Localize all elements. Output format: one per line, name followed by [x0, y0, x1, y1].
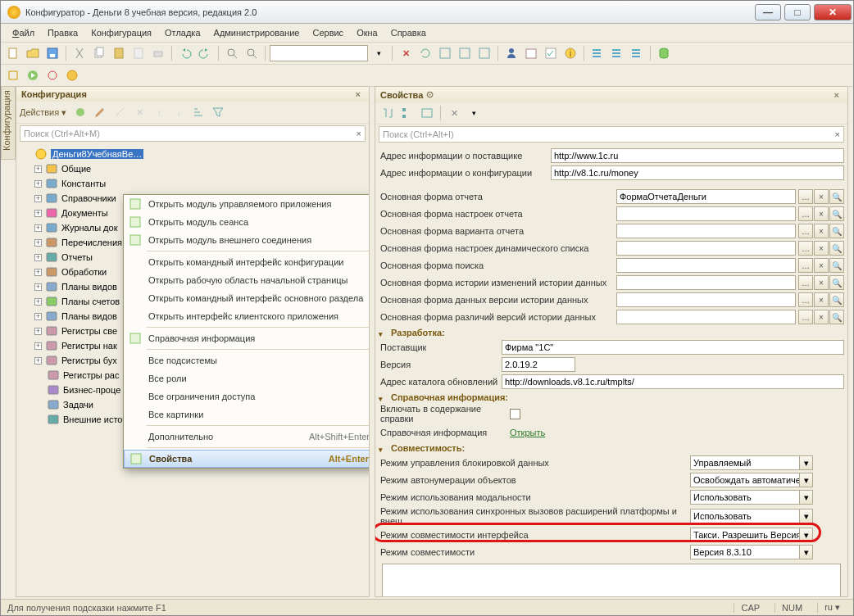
check-icon[interactable] — [542, 44, 560, 62]
btn-ellipsis[interactable]: … — [798, 258, 813, 273]
tb-sort-icon[interactable] — [189, 103, 207, 121]
context-menu-item[interactable]: Открыть модуль внешнего соединения — [124, 231, 369, 249]
context-menu-item[interactable]: Все подсистемы — [124, 351, 369, 369]
maximize-button[interactable]: □ — [784, 4, 811, 20]
expand-icon[interactable]: + — [34, 269, 42, 276]
btn-ellipsis[interactable]: … — [798, 310, 813, 324]
input-form-dynlist[interactable] — [616, 241, 796, 256]
prop-sort-icon[interactable] — [379, 104, 397, 122]
menu-admin[interactable]: Администрирование — [209, 26, 305, 39]
input-form-settings[interactable] — [616, 206, 796, 221]
properties-search-clear-icon[interactable]: × — [835, 129, 840, 139]
expand-icon[interactable]: + — [34, 313, 42, 320]
input-form-report[interactable]: ФормаОтчетаДеньги — [616, 189, 796, 204]
debug-start-icon[interactable] — [4, 66, 22, 84]
section-compat[interactable]: Совместимость: — [379, 443, 844, 453]
btn-ellipsis[interactable]: … — [798, 292, 813, 307]
btn-find[interactable]: 🔍 — [829, 224, 844, 238]
context-menu-item[interactable]: Открыть модуль сеанса — [124, 213, 369, 231]
btn-ellipsis[interactable]: … — [798, 189, 813, 204]
btn-clear[interactable]: × — [814, 224, 829, 238]
expand-icon[interactable]: + — [34, 195, 42, 202]
btn-clear[interactable]: × — [814, 241, 829, 256]
btn-clear[interactable]: × — [814, 275, 829, 290]
select-modal[interactable]: Использовать▾ — [690, 490, 813, 505]
list-c-icon[interactable] — [628, 44, 646, 62]
menu-file[interactable]: Файл — [7, 26, 39, 39]
input-vendor[interactable]: Фирма "1С" — [502, 340, 844, 355]
tb-edit-icon[interactable] — [91, 103, 109, 121]
chevron-down-icon[interactable]: ▾ — [799, 546, 812, 559]
properties-search[interactable]: Поиск (Ctrl+Alt+I) × — [379, 126, 844, 143]
expand-icon[interactable]: + — [34, 298, 42, 306]
save-icon[interactable] — [43, 44, 61, 62]
paste-icon[interactable] — [110, 44, 128, 62]
input-updates[interactable]: http://downloads.v8.1c.ru/tmplts/ — [502, 374, 844, 389]
context-menu-item[interactable]: Открыть командный интерфейс основного ра… — [124, 289, 369, 307]
redo-icon[interactable] — [196, 44, 214, 62]
debug-world-icon[interactable] — [63, 66, 81, 84]
btn-find[interactable]: 🔍 — [829, 292, 844, 307]
expand-icon[interactable]: + — [34, 239, 42, 247]
calendar-icon[interactable] — [522, 44, 540, 62]
context-menu-item[interactable]: Открыть интерфейс клиентского приложения — [124, 307, 369, 325]
prop-cat-icon[interactable] — [398, 104, 416, 122]
undo-icon[interactable] — [176, 44, 194, 62]
copy-icon[interactable] — [90, 44, 108, 62]
btn-find[interactable]: 🔍 — [829, 258, 844, 273]
chevron-down-icon[interactable]: ▾ — [799, 528, 812, 541]
menu-config[interactable]: Конфигурация — [86, 26, 157, 39]
tb-add-icon[interactable] — [71, 103, 89, 121]
menu-edit[interactable]: Правка — [43, 26, 83, 39]
panel-config-close-icon[interactable]: × — [352, 89, 364, 99]
config-search-clear-icon[interactable]: × — [357, 129, 361, 138]
config-tree[interactable]: Деньги8УчебнаяВе… +Общие+Константы+Справ… — [16, 143, 369, 596]
debug-pause-icon[interactable] — [43, 66, 61, 84]
user-icon[interactable] — [502, 44, 520, 62]
prop-del-icon[interactable]: ✕ — [445, 104, 463, 122]
btn-ellipsis[interactable]: … — [798, 241, 813, 256]
prop-dd-icon[interactable]: ▾ — [465, 104, 483, 122]
menu-help[interactable]: Справка — [386, 26, 431, 39]
input-form-variant[interactable] — [616, 224, 796, 238]
status-lang[interactable]: ru ▾ — [817, 602, 847, 613]
expand-icon[interactable]: + — [34, 224, 42, 232]
btn-find[interactable]: 🔍 — [829, 310, 844, 324]
input-version[interactable]: 2.0.19.2 — [502, 357, 575, 372]
sidebar-tab-config[interactable]: Конфигурация — [1, 86, 16, 160]
btn-find[interactable]: 🔍 — [829, 275, 844, 290]
btn-clear[interactable]: × — [814, 206, 829, 221]
btn-ellipsis[interactable]: … — [798, 206, 813, 221]
btn-ellipsis[interactable]: … — [798, 224, 813, 238]
btn-clear[interactable]: × — [814, 310, 829, 324]
chevron-down-icon[interactable]: ▾ — [799, 473, 812, 487]
btn-find[interactable]: 🔍 — [829, 241, 844, 256]
select-autonum[interactable]: Освобождать автоматиче▾ — [690, 473, 813, 487]
list-a-icon[interactable] — [588, 44, 606, 62]
input-form-histver[interactable] — [616, 292, 796, 307]
btn-clear[interactable]: × — [814, 292, 829, 307]
menu-service[interactable]: Сервис — [307, 26, 348, 39]
search-combo[interactable] — [270, 45, 368, 61]
actions-menu[interactable]: Действия ▾ — [20, 107, 70, 118]
section-help[interactable]: Справочная информация: — [379, 392, 844, 402]
checkbox-include-help[interactable] — [510, 409, 520, 419]
find-icon[interactable] — [223, 44, 241, 62]
tool-c-icon[interactable] — [475, 44, 493, 62]
chevron-down-icon[interactable]: ▾ — [799, 510, 812, 523]
expand-icon[interactable]: + — [34, 357, 42, 365]
zoom-icon[interactable] — [243, 44, 261, 62]
expand-icon[interactable]: + — [34, 210, 42, 217]
description-memo[interactable] — [382, 564, 841, 596]
btn-find[interactable]: 🔍 — [829, 206, 844, 221]
panel-pin-icon[interactable]: ⊙ — [426, 89, 434, 100]
select-iface-compat[interactable]: Такси. Разрешить Версия▾ — [690, 528, 813, 542]
input-config-url[interactable]: http://v8.1c.ru/money — [551, 165, 844, 180]
tree-item[interactable]: +Общие — [34, 161, 364, 176]
select-compat-mode[interactable]: Версия 8.3.10▾ — [690, 545, 813, 559]
input-form-histchg[interactable] — [616, 275, 796, 290]
menu-debug[interactable]: Отладка — [160, 26, 205, 39]
refresh-icon[interactable] — [416, 44, 434, 62]
expand-icon[interactable]: + — [34, 165, 42, 173]
input-form-histdiff[interactable] — [616, 310, 796, 324]
